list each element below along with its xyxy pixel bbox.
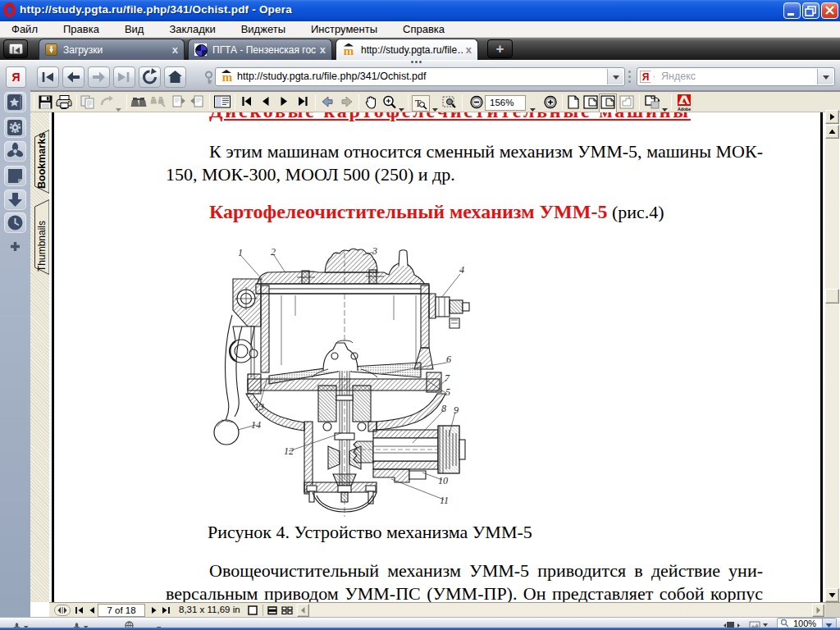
svg-text:13: 13	[254, 401, 264, 413]
svg-text:6: 6	[446, 354, 451, 365]
svg-text:Thumbnails: Thumbnails	[36, 221, 48, 272]
svg-text:2: 2	[271, 246, 276, 258]
svg-text:10: 10	[438, 475, 448, 486]
svg-text:4: 4	[459, 264, 464, 276]
svg-text:12: 12	[284, 445, 294, 457]
svg-text:T: T	[415, 98, 422, 109]
svg-text:5: 5	[445, 386, 450, 398]
svg-text:11: 11	[440, 495, 449, 506]
svg-text:1: 1	[238, 247, 243, 258]
svg-text:Adobe: Adobe	[678, 107, 691, 112]
svg-text:14: 14	[251, 419, 261, 431]
svg-text:9: 9	[454, 404, 459, 416]
svg-text:8: 8	[441, 403, 446, 414]
svg-text:7: 7	[445, 372, 450, 384]
svg-text:Bookmarks: Bookmarks	[36, 133, 48, 189]
svg-text:3: 3	[372, 246, 377, 257]
